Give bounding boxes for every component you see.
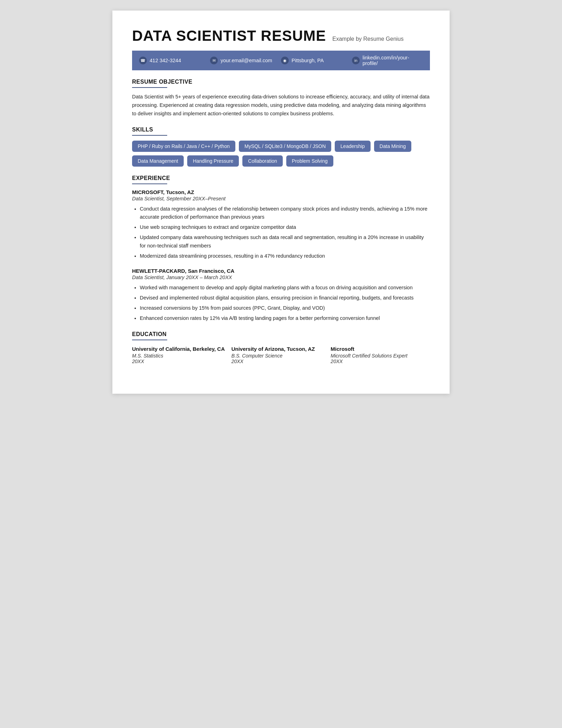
job-bullet: Conduct data regression analyses of the … <box>140 205 430 221</box>
phone-icon: ☎ <box>139 57 147 64</box>
job-bullet: Worked with management to develop and ap… <box>140 284 430 292</box>
objective-divider <box>132 87 167 88</box>
skill-badge: Collaboration <box>242 155 283 167</box>
resume-page: DATA SCIENTIST RESUME Example by Resume … <box>112 11 450 394</box>
job-title: Data Scientist, January 20XX – March 20X… <box>132 275 430 280</box>
linkedin-url: linkedin.com/in/your-profile/ <box>362 55 423 66</box>
email-icon: ✉ <box>210 57 218 64</box>
resume-title: DATA SCIENTIST RESUME <box>132 27 326 44</box>
skills-grid: PHP / Ruby on Rails / Java / C++ / Pytho… <box>132 141 430 167</box>
skill-badge: PHP / Ruby on Rails / Java / C++ / Pytho… <box>132 141 235 152</box>
location-icon: ◉ <box>281 57 289 64</box>
skills-section: SKILLS PHP / Ruby on Rails / Java / C++ … <box>132 127 430 167</box>
email-address: your.email@email.com <box>221 58 272 63</box>
resume-subtitle: Example by Resume Genius <box>332 36 404 42</box>
edu-year: 20XX <box>132 359 231 364</box>
phone-number: 412 342-3244 <box>150 58 181 63</box>
edu-degree: B.S. Computer Science <box>231 353 331 359</box>
skill-badge: Handling Pressure <box>187 155 239 167</box>
skill-badge: Data Mining <box>374 141 412 152</box>
job-bullet: Increased conversions by 15% from paid s… <box>140 304 430 312</box>
edu-degree: Microsoft Certified Solutions Expert <box>331 353 430 359</box>
skill-badge: Leadership <box>335 141 370 152</box>
location-text: Pittsburgh, PA <box>292 58 324 63</box>
job-title: Data Scientist, September 20XX–Present <box>132 196 430 201</box>
edu-institution: University of Arizona, Tucson, AZ <box>231 345 331 353</box>
job-entry: MICROSOFT, Tucson, AZData Scientist, Sep… <box>132 189 430 260</box>
education-entry: University of Arizona, Tucson, AZB.S. Co… <box>231 345 331 365</box>
objective-title: RESUME OBJECTIVE <box>132 79 430 85</box>
skills-title: SKILLS <box>132 127 430 133</box>
skill-badge: MySQL / SQLite3 / MongoDB / JSON <box>239 141 331 152</box>
job-bullet: Devised and implemented robust digital a… <box>140 294 430 302</box>
contact-phone: ☎ 412 342-3244 <box>139 57 210 64</box>
contact-email: ✉ your.email@email.com <box>210 57 281 64</box>
experience-divider <box>132 183 167 184</box>
job-bullet: Enhanced conversion rates by 12% via A/B… <box>140 314 430 322</box>
contact-linkedin: in linkedin.com/in/your-profile/ <box>352 55 423 66</box>
education-title: EDUCATION <box>132 331 430 337</box>
education-grid: University of California, Berkeley, CAM.… <box>132 345 430 365</box>
job-company: HEWLETT-PACKARD, San Francisco, CA <box>132 268 430 274</box>
job-entry: HEWLETT-PACKARD, San Francisco, CAData S… <box>132 268 430 323</box>
edu-year: 20XX <box>331 359 430 364</box>
skill-badge: Data Management <box>132 155 184 167</box>
edu-year: 20XX <box>231 359 331 364</box>
resume-header: DATA SCIENTIST RESUME Example by Resume … <box>132 27 430 44</box>
objective-text: Data Scientist with 5+ years of experien… <box>132 93 430 118</box>
job-company: MICROSOFT, Tucson, AZ <box>132 189 430 195</box>
linkedin-icon: in <box>352 57 360 64</box>
skill-badge: Problem Solving <box>286 155 333 167</box>
job-bullets: Conduct data regression analyses of the … <box>132 205 430 260</box>
edu-degree: M.S. Statistics <box>132 353 231 359</box>
job-bullet: Updated company data warehousing techniq… <box>140 233 430 250</box>
contact-bar: ☎ 412 342-3244 ✉ your.email@email.com ◉ … <box>132 51 430 70</box>
contact-location: ◉ Pittsburgh, PA <box>281 57 352 64</box>
education-divider <box>132 340 167 340</box>
education-entry: University of California, Berkeley, CAM.… <box>132 345 231 365</box>
edu-institution: University of California, Berkeley, CA <box>132 345 231 353</box>
jobs-container: MICROSOFT, Tucson, AZData Scientist, Sep… <box>132 189 430 323</box>
job-bullet: Modernized data streamlining processes, … <box>140 252 430 260</box>
experience-title: EXPERIENCE <box>132 175 430 181</box>
edu-institution: Microsoft <box>331 345 430 353</box>
education-section: EDUCATION University of California, Berk… <box>132 331 430 365</box>
job-bullets: Worked with management to develop and ap… <box>132 284 430 323</box>
job-bullet: Use web scraping techniques to extract a… <box>140 223 430 231</box>
experience-section: EXPERIENCE MICROSOFT, Tucson, AZData Sci… <box>132 175 430 323</box>
objective-section: RESUME OBJECTIVE Data Scientist with 5+ … <box>132 79 430 118</box>
skills-divider <box>132 135 167 136</box>
education-entry: MicrosoftMicrosoft Certified Solutions E… <box>331 345 430 365</box>
